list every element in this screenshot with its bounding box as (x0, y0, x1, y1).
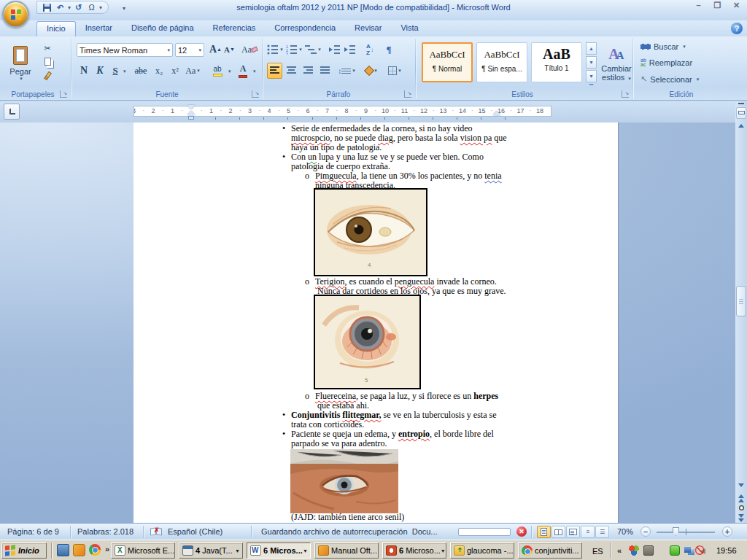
language-indicator[interactable]: Español (Chile) (168, 527, 222, 536)
customize-qat-button[interactable]: ▾ (123, 5, 125, 12)
taskbar-button-glaucoma[interactable]: glaucoma -... (450, 542, 514, 559)
next-page-button[interactable] (736, 513, 746, 522)
minimize-button[interactable]: – (692, 1, 705, 11)
styles-scroll-down[interactable]: ▼ (586, 56, 597, 69)
tray-network-icon[interactable] (684, 545, 694, 556)
underline-button[interactable]: S (109, 63, 122, 79)
view-draft-button[interactable]: ☰ (595, 526, 609, 538)
taskbar-button-java-t[interactable]: 4Java(T...▼ (179, 542, 243, 559)
taskbar-button-manual-oft[interactable]: Manual Oft... (314, 542, 379, 559)
right-indent-marker[interactable] (493, 111, 500, 115)
styles-gallery-expand[interactable]: ▼▔ (586, 70, 597, 82)
paste-button[interactable]: Pegar ▾ (6, 41, 35, 86)
multilevel-list-button[interactable]: ▾ (305, 42, 321, 57)
close-button[interactable]: ✕ (730, 1, 743, 11)
tray-volume-muted-icon[interactable]: ⃠ (699, 545, 709, 556)
tray-app-icon[interactable] (629, 545, 639, 556)
font-size-select[interactable]: 12▾ (175, 43, 204, 57)
bold-button[interactable]: N (77, 63, 91, 79)
group-dropdown-icon[interactable]: ▼ (235, 548, 240, 553)
taskbar-button-conjuntiviti[interactable]: conjuntiviti... (518, 542, 582, 559)
change-styles-button[interactable]: AA Cambiar estilos ▾ (601, 41, 632, 88)
style-card-normal[interactable]: AaBbCcI ¶ Normal (422, 42, 473, 82)
highlight-dropdown[interactable]: ▾ (228, 69, 231, 74)
taskbar-button-microsoft-e[interactable]: Microsoft E... (111, 542, 175, 559)
tab-inicio[interactable]: Inicio (36, 21, 76, 36)
left-indent-marker[interactable] (188, 116, 194, 120)
word-count[interactable]: Palabras: 2.018 (77, 527, 133, 536)
first-line-indent-marker[interactable] (187, 105, 195, 109)
parrafo-dialog-launcher[interactable]: ↘ (404, 90, 411, 98)
underline-dropdown[interactable]: ▾ (123, 69, 126, 74)
scroll-down-button[interactable] (736, 481, 746, 490)
group-dropdown-icon[interactable]: ▼ (441, 548, 446, 553)
taskbar-button-micros[interactable]: 6Micros...▼ (247, 542, 311, 559)
estilos-dialog-launcher[interactable]: ↘ (622, 90, 629, 98)
increase-indent-button[interactable] (342, 42, 357, 57)
style-card-sin-espaciado[interactable]: AaBbCcI ¶ Sin espa... (476, 42, 527, 82)
shrink-font-button[interactable]: A▼ (223, 42, 236, 57)
redo-button[interactable]: ↺ (73, 2, 84, 13)
zoom-out-button[interactable]: – (640, 526, 651, 537)
sort-button[interactable]: AZ↓ (362, 42, 378, 57)
superscript-button[interactable]: x² (168, 63, 182, 79)
page-indicator[interactable]: Página: 6 de 9 (7, 527, 59, 536)
tab-correspondencia[interactable]: Correspondencia (265, 20, 345, 36)
tab-referencias[interactable]: Referencias (204, 20, 266, 36)
taskbar-button-microso[interactable]: 6Microso...▼ (382, 542, 446, 559)
pinguecula-eye-illustration[interactable]: 4 (314, 188, 427, 276)
tab-insertar[interactable]: Insertar (76, 20, 122, 36)
clock[interactable]: 19:56 (716, 546, 737, 555)
cancel-save-button[interactable]: ✕ (516, 526, 527, 537)
language-bar[interactable]: ES (592, 547, 603, 556)
view-full-screen-reading-button[interactable] (551, 526, 565, 538)
cut-button[interactable]: ✂ (41, 42, 54, 54)
show-marks-button[interactable]: ¶ (381, 42, 397, 57)
previous-page-button[interactable] (736, 493, 746, 502)
quick-launch-overflow[interactable]: » (105, 545, 109, 553)
shading-button[interactable]: ▾ (362, 63, 381, 79)
select-button[interactable]: ↖ Seleccionar▾ (640, 74, 699, 84)
insert-symbol-dropdown[interactable]: ▾ (99, 4, 102, 11)
find-button[interactable]: Buscar▾ (640, 42, 686, 51)
group-dropdown-icon[interactable]: ▼ (303, 548, 308, 553)
view-web-layout-button[interactable] (566, 526, 580, 538)
tab-vista[interactable]: Vista (391, 20, 427, 36)
quick-launch-app-icon[interactable] (73, 544, 85, 556)
bullets-button[interactable]: ▾ (267, 42, 283, 57)
start-button[interactable]: Inicio (1, 542, 47, 559)
portapapeles-dialog-launcher[interactable]: ↘ (60, 90, 67, 98)
align-left-button[interactable] (267, 63, 282, 79)
align-center-button[interactable] (284, 63, 299, 79)
ruler-toggle-button[interactable] (736, 107, 746, 119)
view-print-layout-button[interactable] (537, 526, 551, 538)
font-name-select[interactable]: Times New Roman▾ (77, 43, 173, 57)
borders-button[interactable]: ▾ (385, 63, 404, 79)
hanging-indent-marker[interactable] (187, 111, 195, 115)
align-right-button[interactable] (301, 63, 316, 79)
replace-button[interactable]: abac Reemplazar (640, 58, 692, 67)
styles-scroll-up[interactable]: ▲ (586, 42, 597, 55)
highlight-button[interactable]: ab (209, 63, 226, 79)
italic-button[interactable]: K (93, 63, 107, 79)
tab-selector[interactable] (4, 104, 20, 120)
tray-power-plug-icon[interactable] (670, 545, 680, 556)
zoom-in-button[interactable]: + (722, 526, 732, 537)
office-button[interactable] (2, 1, 29, 28)
chrome-quick-launch-icon[interactable] (89, 544, 101, 556)
scroll-up-button[interactable] (736, 121, 746, 131)
show-desktop-icon[interactable] (57, 544, 69, 556)
change-case-button[interactable]: Aa▾ (184, 63, 201, 79)
zoom-slider-handle[interactable] (673, 527, 679, 536)
undo-dropdown[interactable]: ▾ (68, 4, 71, 11)
tab-revisar[interactable]: Revisar (345, 20, 391, 36)
strikethrough-button[interactable]: abe (131, 63, 150, 79)
vertical-scrollbar[interactable] (735, 101, 747, 523)
tab-diseño-de-página[interactable]: Diseño de página (122, 20, 204, 36)
font-color-dropdown[interactable]: ▾ (253, 69, 256, 74)
style-card-titulo-1[interactable]: AaB Título 1 (531, 42, 582, 82)
entropion-eye-photo[interactable] (290, 449, 398, 513)
spellcheck-status-icon[interactable]: ✗ (150, 526, 163, 536)
decrease-indent-button[interactable] (327, 42, 341, 57)
font-color-button[interactable]: A (235, 63, 251, 79)
